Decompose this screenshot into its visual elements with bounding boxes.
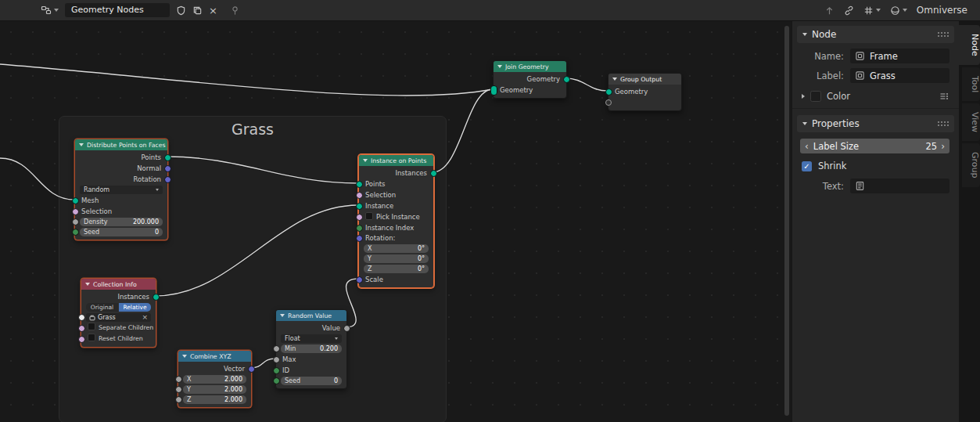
node-collection-info[interactable]: Collection Info Instances Original Relat… <box>81 278 156 348</box>
separate-children-socket[interactable] <box>78 325 85 332</box>
node-editor-canvas[interactable]: Grass <box>0 21 792 422</box>
app-menu-label[interactable]: Omniverse <box>917 5 967 16</box>
tab-node[interactable]: Node <box>959 25 980 65</box>
increment-icon[interactable]: › <box>937 142 945 151</box>
node-panel-header[interactable]: Node <box>797 26 954 43</box>
separate-children-checkbox[interactable] <box>88 323 95 330</box>
geometry-output-socket[interactable] <box>563 76 570 83</box>
node-header[interactable]: Combine XYZ <box>178 351 251 362</box>
tab-view[interactable]: View <box>962 103 980 141</box>
input-max: Max <box>276 354 346 365</box>
node-header[interactable]: Random Value <box>276 310 346 321</box>
pick-instance-checkbox[interactable] <box>365 212 373 220</box>
collection-input-socket[interactable] <box>78 314 85 321</box>
seed-field[interactable]: Seed 0 <box>80 228 163 236</box>
scale-input-socket[interactable] <box>356 276 363 283</box>
new-node-tree-button[interactable] <box>192 5 203 16</box>
label-size-slider[interactable]: ‹ Label Size 25 › <box>800 139 949 153</box>
presets-list-icon[interactable] <box>939 91 949 102</box>
vector-output-socket[interactable] <box>248 366 255 373</box>
node-header[interactable]: Join Geometry <box>494 61 566 72</box>
color-checkbox[interactable] <box>810 91 821 102</box>
instances-output-socket[interactable] <box>153 294 160 301</box>
z-input-socket[interactable] <box>175 396 182 403</box>
instance-index-socket[interactable] <box>356 225 363 232</box>
selection-input-socket[interactable] <box>356 192 363 199</box>
fake-user-button[interactable] <box>176 5 186 16</box>
instances-output-socket[interactable] <box>430 170 437 177</box>
node-name-input[interactable]: Frame <box>850 49 949 63</box>
density-field[interactable]: Density 200.000 <box>80 218 163 226</box>
text-datablock-field[interactable] <box>850 179 949 193</box>
node-group-output[interactable]: Group Output Geometry <box>608 73 682 111</box>
data-type-dropdown[interactable]: Float <box>281 334 342 343</box>
input-y: Y2.000 <box>178 384 251 395</box>
selection-input-socket[interactable] <box>72 208 79 215</box>
node-label-input[interactable]: Grass <box>850 68 949 83</box>
properties-panel-header[interactable]: Properties <box>797 115 954 132</box>
min-field[interactable]: Min0.200 <box>281 344 342 353</box>
editor-scrollbar[interactable] <box>784 26 789 416</box>
seed-input-socket[interactable] <box>72 229 79 236</box>
x-field[interactable]: X2.000 <box>183 375 246 384</box>
node-distribute-points-on-faces[interactable]: Distribute Points on Faces Points Normal… <box>74 139 168 240</box>
collapse-icon <box>802 33 807 36</box>
node-header[interactable]: Collection Info <box>81 279 156 290</box>
collection-field[interactable]: Grass × <box>86 313 151 322</box>
label-size-label: Label Size <box>809 141 926 152</box>
relative-button[interactable]: Relative <box>119 303 151 312</box>
seed-input-socket[interactable] <box>273 377 280 384</box>
min-input-socket[interactable] <box>273 345 280 352</box>
pick-instance-socket[interactable] <box>356 214 363 221</box>
expand-icon[interactable] <box>802 94 805 99</box>
geometry-input-socket[interactable] <box>605 88 612 96</box>
label-size-value: 25 <box>926 141 938 152</box>
clear-collection-icon[interactable]: × <box>142 314 148 321</box>
points-input-socket[interactable] <box>356 181 363 188</box>
node-join-geometry[interactable]: Join Geometry Geometry Geometry <box>493 60 567 99</box>
density-input-socket[interactable] <box>72 218 79 225</box>
snapping-button[interactable] <box>863 5 881 16</box>
points-output-socket[interactable] <box>164 154 171 161</box>
y-field[interactable]: Y2.000 <box>183 385 246 394</box>
id-input-socket[interactable] <box>273 367 280 374</box>
instance-input-socket[interactable] <box>356 203 363 210</box>
node-header[interactable]: Distribute Points on Faces <box>75 139 167 150</box>
original-button[interactable]: Original <box>86 303 118 312</box>
geometry-multi-input-socket[interactable] <box>490 85 497 96</box>
y-input-socket[interactable] <box>175 386 182 393</box>
shrink-checkbox[interactable]: ✓ <box>802 161 812 171</box>
z-field[interactable]: Z2.000 <box>183 395 246 404</box>
max-input-socket[interactable] <box>273 356 280 363</box>
virtual-input-socket[interactable] <box>605 99 612 106</box>
tab-group[interactable]: Group <box>962 143 980 187</box>
mesh-input-socket[interactable] <box>72 197 79 204</box>
overlays-button[interactable] <box>890 5 907 16</box>
node-header[interactable]: Instance on Points <box>359 155 433 166</box>
node-header[interactable]: Group Output <box>608 74 681 85</box>
node-random-value[interactable]: Random Value Value Float Min0.200 <box>275 309 347 389</box>
input-reset-children: Reset Children <box>81 334 156 344</box>
node-tree-name-field[interactable]: Geometry Nodes <box>65 3 170 17</box>
rotation-input-socket[interactable] <box>356 235 363 242</box>
reset-children-socket[interactable] <box>78 336 85 343</box>
reset-children-checkbox[interactable] <box>88 334 95 341</box>
node-instance-on-points[interactable]: Instance on Points Instances Points Sele… <box>358 154 434 288</box>
editor-type-button[interactable] <box>41 5 59 16</box>
auto-offset-button[interactable] <box>844 5 854 16</box>
unlink-button[interactable]: × <box>209 5 217 16</box>
seed-field[interactable]: Seed0 <box>281 377 342 385</box>
normal-output-socket[interactable] <box>164 165 171 172</box>
go-to-parent-button[interactable] <box>824 5 835 16</box>
node-combine-xyz[interactable]: Combine XYZ Vector X2.000 Y2.000 <box>178 350 252 408</box>
tab-tool[interactable]: Tool <box>962 67 980 101</box>
rotation-output-socket[interactable] <box>164 176 171 183</box>
pin-button[interactable] <box>230 5 240 16</box>
x-input-socket[interactable] <box>175 376 182 383</box>
input-min: Min0.200 <box>276 344 346 354</box>
method-dropdown[interactable]: Random <box>80 186 163 194</box>
rotation-z-field[interactable]: Z0° <box>364 265 429 273</box>
value-output-socket[interactable] <box>343 325 350 332</box>
rotation-x-field[interactable]: X0° <box>364 244 429 253</box>
rotation-y-field[interactable]: Y0° <box>364 254 429 263</box>
